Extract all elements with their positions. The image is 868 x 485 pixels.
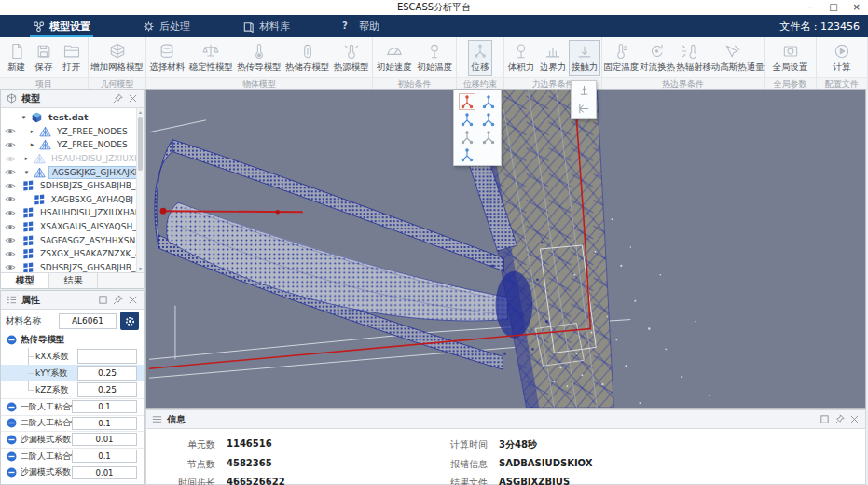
open-folder-button[interactable]: 打开 <box>60 40 84 76</box>
extra-property-row-3[interactable]: 二阶人工粘合性 <box>1 448 144 464</box>
thermo-button[interactable]: 热传导模型 <box>235 40 283 76</box>
body-force-button[interactable]: 体积力 <box>505 40 537 76</box>
tree-item-4[interactable]: ▾AGSGKJKG_GJHXAJKHXA <box>1 165 136 179</box>
tree-item-5[interactable]: SDHSBJZS_GHSABJHB_ZAHU <box>1 179 136 193</box>
close-button[interactable]: × <box>853 3 861 12</box>
property-input[interactable] <box>72 417 137 430</box>
eye-icon[interactable] <box>5 168 17 176</box>
pin-icon[interactable] <box>113 295 123 305</box>
collapse-icon[interactable] <box>7 435 17 445</box>
property-input[interactable] <box>72 450 137 463</box>
arrow-left-option-1[interactable] <box>577 102 591 116</box>
tree-item-1[interactable]: ▸YZ_FREE_NODES <box>1 125 136 139</box>
tree-item-7[interactable]: HSAUHDISU_JZXIUXHAHX <box>1 206 136 220</box>
pin-icon[interactable] <box>113 93 123 104</box>
menu-item-3[interactable]: ?帮助 <box>338 15 384 37</box>
heat-storage-button[interactable]: 热储存模型 <box>283 40 332 76</box>
property-input[interactable] <box>77 382 137 397</box>
fixed-temp-button[interactable]: 固定温度 <box>603 40 640 76</box>
tree-item-8[interactable]: XSAXGAUS_AISYAQSH_ASHX <box>1 220 136 234</box>
expand-arrow-icon[interactable]: ▾ <box>22 169 31 176</box>
mesh-cube-button[interactable]: 增加网格模型 <box>90 40 145 76</box>
balance-button[interactable]: 稳定性模型 <box>187 40 236 76</box>
expand-arrow-icon[interactable]: ▾ <box>20 114 28 121</box>
eye-icon[interactable] <box>5 141 17 149</box>
eye-icon[interactable] <box>5 250 17 258</box>
eye-icon[interactable] <box>5 223 17 231</box>
tab-1[interactable]: 结果 <box>49 273 98 288</box>
menu-item-1[interactable]: 后处理 <box>138 15 195 37</box>
expand-arrow-icon[interactable]: ▸ <box>28 141 36 148</box>
axis-tripod-option-3[interactable] <box>481 112 496 127</box>
expand-arrow-icon[interactable]: ▸ <box>28 128 36 135</box>
menu-item-0[interactable]: 模型设置 <box>28 15 95 37</box>
tab-0[interactable]: 模型 <box>1 273 49 288</box>
material-settings-button[interactable] <box>120 312 139 330</box>
axis-tripod-option-1[interactable] <box>481 94 496 109</box>
eye-icon[interactable] <box>5 195 17 203</box>
property-input[interactable] <box>77 349 137 364</box>
extra-property-row-0[interactable]: 一阶人工粘合性 <box>1 398 144 415</box>
scrollbar-thumb[interactable] <box>138 117 143 171</box>
speed-button[interactable]: 初始速度 <box>374 40 415 76</box>
expand-arrow-icon[interactable]: ▸ <box>22 155 31 162</box>
tree-item-11[interactable]: SDHSBJZS_GHSABJHB_ZAHU <box>1 261 136 272</box>
minimize-button[interactable]: − <box>806 3 814 12</box>
eye-icon[interactable] <box>5 155 17 163</box>
collapse-icon[interactable] <box>7 467 17 478</box>
tree-item-10[interactable]: ZSXGX_HSAKAZNZXK_AHASX <box>1 247 136 261</box>
heat-source-button[interactable]: 热源模型 <box>331 40 371 76</box>
axis-pin-option-0[interactable] <box>577 84 591 98</box>
pin-icon[interactable] <box>834 414 845 424</box>
property-row-1[interactable]: kYY系数 <box>1 365 144 381</box>
property-input[interactable] <box>72 400 137 413</box>
material-name-input[interactable] <box>59 313 117 329</box>
collapse-icon[interactable] <box>7 402 17 412</box>
displacement-button[interactable]: 位移 <box>468 40 492 76</box>
maximize-panel-icon[interactable] <box>820 414 830 424</box>
property-row-2[interactable]: kZZ系数 <box>1 381 144 398</box>
new-file-button[interactable]: 新建 <box>5 40 29 76</box>
tree-item-3[interactable]: ▸HSAUHDISU_JZXIUXHAHX <box>1 152 136 166</box>
gauss-flux-button[interactable]: 移动高斯热通量 <box>704 40 763 76</box>
material-db-button[interactable]: 选择材料 <box>147 40 187 76</box>
property-input[interactable] <box>72 466 137 479</box>
eye-icon[interactable] <box>5 236 17 244</box>
boundary-force-button[interactable]: 边界力 <box>537 40 569 76</box>
section-heat-conduction[interactable]: 热传导模型 <box>1 332 144 348</box>
maximize-panel-icon[interactable] <box>98 295 108 305</box>
eye-icon[interactable] <box>5 263 17 271</box>
tree-item-0[interactable]: ▾test.dat <box>1 111 136 125</box>
contact-force-button[interactable]: 接触力 <box>569 40 600 76</box>
tree-item-6[interactable]: XAGBSXG_AYHAQBJ <box>1 193 136 207</box>
collapse-icon[interactable] <box>7 418 17 428</box>
menu-item-2[interactable]: 材料库 <box>238 15 295 37</box>
maximize-button[interactable]: □ <box>829 3 837 12</box>
close-icon[interactable] <box>128 295 138 305</box>
axis-tripod-option-6[interactable] <box>460 147 475 162</box>
radiation-button[interactable]: 热辐射 <box>675 40 704 76</box>
close-icon[interactable] <box>128 93 138 104</box>
global-settings-button[interactable]: 全局设置 <box>770 40 811 76</box>
eye-icon[interactable] <box>5 127 17 135</box>
viewport-3d[interactable] <box>145 89 866 409</box>
extra-property-row-4[interactable]: 沙漏模式系数 <box>1 464 144 480</box>
tree-scrollbar[interactable]: ▴ ▾ <box>136 108 144 272</box>
compute-button[interactable]: 计算 <box>830 40 854 76</box>
extra-property-row-1[interactable]: 二阶人工粘合性 <box>1 415 144 432</box>
close-icon[interactable] <box>849 414 860 424</box>
collapse-icon[interactable] <box>7 451 17 462</box>
temp-button[interactable]: 初始温度 <box>415 40 456 76</box>
axis-tripod-option-2[interactable] <box>460 112 475 127</box>
tree-item-9[interactable]: SAGFASGZ_ASYHHXSN <box>1 233 136 247</box>
property-input[interactable] <box>77 366 137 381</box>
axis-tripod-option-5[interactable] <box>481 130 496 145</box>
property-input[interactable] <box>72 433 137 446</box>
axis-tripod-option-0[interactable] <box>460 94 475 109</box>
eye-icon[interactable] <box>5 182 17 190</box>
extra-property-row-2[interactable]: 沙漏模式系数 <box>1 431 144 448</box>
eye-icon[interactable] <box>5 209 17 217</box>
axis-tripod-option-4[interactable] <box>460 130 475 145</box>
save-button[interactable]: 保存 <box>32 40 56 76</box>
collapse-icon[interactable] <box>7 335 17 345</box>
